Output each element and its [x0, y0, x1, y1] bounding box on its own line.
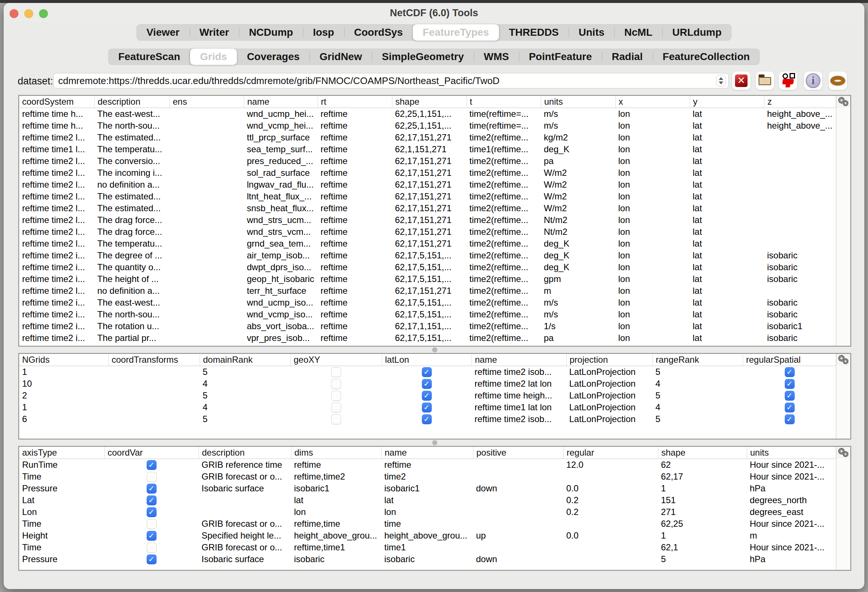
table-cell[interactable]: 62,17,151,271	[392, 179, 466, 191]
table-cell[interactable]: The rotation u...	[94, 320, 170, 332]
checkbox-unchecked[interactable]	[331, 391, 341, 401]
table-cell[interactable]: time2(reftime...	[466, 155, 541, 167]
table-cell[interactable]: reftime time2 l...	[19, 191, 94, 202]
table-cell[interactable]: deg_K	[541, 238, 615, 250]
table-cell[interactable]	[764, 179, 836, 191]
tab-featurescan[interactable]: FeatureScan	[108, 49, 190, 65]
table-cell[interactable]	[170, 320, 244, 332]
table-cell[interactable]: The temperatu...	[94, 238, 170, 250]
table-cell[interactable]: 5	[200, 390, 290, 401]
table-cell[interactable]	[563, 471, 658, 482]
table-cell[interactable]: lon	[615, 332, 690, 344]
table-cell[interactable]: reftime time2 l...	[19, 214, 94, 226]
table-cell[interactable]: wnd_vcmp_hei...	[244, 120, 317, 132]
table-cell[interactable]	[764, 191, 836, 202]
table-cell[interactable]: reftime time2 l...	[19, 167, 94, 179]
table-cell[interactable]: reftime time2 isob...	[472, 366, 566, 378]
table-cell[interactable]: deg_K	[541, 250, 615, 261]
table-cell[interactable]: lat	[690, 320, 764, 332]
table-cell[interactable]: lat	[690, 332, 764, 344]
table-cell[interactable]: W/m2	[541, 191, 615, 202]
table-cell[interactable]: time2	[381, 471, 473, 482]
table-cell[interactable]: pa	[541, 155, 615, 167]
tab-units[interactable]: Units	[569, 24, 614, 40]
table-cell[interactable]: sea_temp_surf...	[244, 144, 317, 155]
table-cell[interactable]: Nt/m2	[541, 214, 615, 226]
table-cell[interactable]: The drag force...	[94, 226, 170, 238]
table-cell[interactable]: ttl_prcp_surface	[244, 132, 317, 144]
table-cell[interactable]: reftime time1 lat lon	[472, 401, 566, 413]
table-cell[interactable]: lat	[690, 155, 764, 167]
table-cell[interactable]: hPa	[747, 553, 836, 565]
table-cell[interactable]: gpm	[541, 273, 615, 285]
table-row[interactable]: TimeGRIB forecast or o...reftime,timetim…	[19, 518, 850, 530]
table-cell[interactable]: 0.0	[563, 482, 658, 494]
table-cell[interactable]: lat	[690, 250, 764, 261]
table-cell[interactable]: lon	[615, 179, 690, 191]
table-cell[interactable]: 62,17,151,271	[392, 132, 466, 144]
table-cell[interactable]: time2(reftime...	[466, 132, 541, 144]
table-cell[interactable]: lat	[690, 120, 764, 132]
table-cell[interactable]: 2	[19, 390, 108, 401]
vertical-scrollbar[interactable]	[836, 459, 850, 570]
table-cell[interactable]: lon	[615, 144, 690, 155]
table-cell[interactable]: reftime time2 i...	[19, 309, 94, 320]
table-cell[interactable]: 1	[19, 401, 108, 413]
table-cell[interactable]: time2(reftime...	[466, 191, 541, 202]
table-row[interactable]: TimeGRIB forecast or o...reftime,time2ti…	[19, 471, 850, 482]
table-cell[interactable]: reftime time2 lat lon	[472, 378, 566, 390]
table-cell[interactable]: terr_ht_surface	[244, 285, 317, 297]
table-row[interactable]: reftime time2 l...The drag force...wnd_s…	[19, 214, 850, 226]
table-cell[interactable]: reftime	[317, 214, 392, 226]
checkbox-checked[interactable]: ✓	[147, 484, 156, 494]
column-header-coordVar[interactable]: coordVar	[104, 447, 199, 459]
table-cell[interactable]: deg_K	[541, 144, 615, 155]
table-cell[interactable]: reftime,time1	[291, 542, 381, 553]
table-cell[interactable]: lon	[615, 320, 690, 332]
table-cell[interactable]: 62,17,151,271	[392, 214, 466, 226]
table-cell[interactable]	[170, 238, 244, 250]
table-cell[interactable]: reftime	[317, 273, 392, 285]
table-cell[interactable]: 4	[652, 401, 743, 413]
table-cell[interactable]: Pressure	[19, 553, 104, 565]
vertical-scrollbar[interactable]	[836, 108, 850, 346]
table-cell[interactable]: reftime	[317, 297, 392, 309]
table-cell[interactable]: reftime time2 l...	[19, 179, 94, 191]
column-header-geoXY[interactable]: geoXY	[290, 354, 382, 366]
column-header-axisType[interactable]: axisType	[19, 447, 104, 459]
table-cell[interactable]: Time	[19, 518, 104, 530]
column-header-units[interactable]: units	[747, 447, 836, 459]
table-row[interactable]: reftime time2 l...The temperatu...grnd_s…	[19, 238, 850, 250]
table-row[interactable]: 14✓reftime time1 lat lonLatLonProjection…	[19, 401, 850, 413]
column-header-name[interactable]: name	[381, 447, 473, 459]
table-cell[interactable]: time2(reftime...	[466, 320, 541, 332]
table-cell[interactable]: reftime	[317, 179, 392, 191]
table-cell[interactable]: lat	[690, 297, 764, 309]
table-cell[interactable]	[108, 390, 200, 401]
table-cell[interactable]: Isobaric surface	[199, 553, 291, 565]
table-cell[interactable]	[170, 108, 244, 120]
table-row[interactable]: Height✓Specified height le...height_abov…	[19, 530, 850, 542]
table-cell[interactable]: LatLonProjection	[566, 366, 652, 378]
table-cell[interactable]: LatLonProjection	[566, 401, 652, 413]
table-cell[interactable]: wnd_strs_ucm...	[244, 214, 317, 226]
table-cell[interactable]: lon	[615, 167, 690, 179]
table-row[interactable]: reftime time2 i...The degree of ...air_t…	[19, 250, 850, 261]
table-cell[interactable]: The degree of ...	[94, 250, 170, 261]
tab-gridnew[interactable]: GridNew	[310, 49, 372, 65]
table-cell[interactable]: The estimated...	[94, 132, 170, 144]
table-row[interactable]: reftime time2 l...The estimated...ttl_pr…	[19, 132, 850, 144]
table-cell[interactable]: height_above_grou...	[381, 530, 473, 542]
table-cell[interactable]: reftime	[317, 108, 392, 120]
table-cell[interactable]: 62,17,5,151,...	[392, 332, 466, 344]
table-cell[interactable]: The quantity o...	[94, 261, 170, 273]
table-cell[interactable]: The incoming i...	[94, 167, 170, 179]
table-cell[interactable]	[563, 553, 658, 565]
table-cell[interactable]: m/s	[541, 309, 615, 320]
table-cell[interactable]: 62,1	[658, 542, 747, 553]
table-cell[interactable]: 5	[200, 413, 290, 425]
table-cell[interactable]: lon	[615, 226, 690, 238]
table-cell[interactable]: The drag force...	[94, 214, 170, 226]
column-header-coordSystem[interactable]: coordSystem	[19, 96, 94, 108]
table-settings-button[interactable]	[836, 354, 850, 366]
